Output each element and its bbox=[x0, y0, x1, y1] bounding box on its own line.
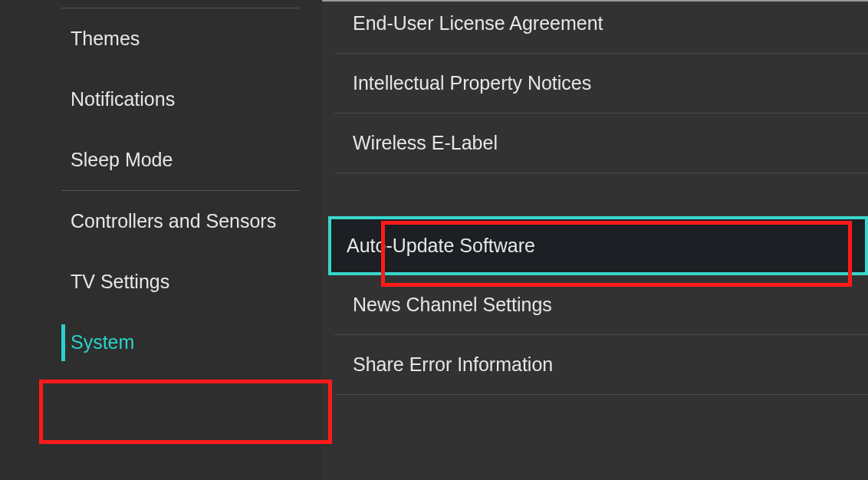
content-item-auto-update-software[interactable]: Auto-Update Software bbox=[328, 216, 868, 275]
sidebar-item-tv-settings[interactable]: TV Settings bbox=[0, 252, 322, 312]
content-item-wireless-elabel[interactable]: Wireless E-Label bbox=[334, 113, 868, 173]
content-item-label: Wireless E-Label bbox=[353, 132, 498, 153]
content-item-share-error-information[interactable]: Share Error Information bbox=[334, 335, 868, 395]
content-inner: End-User License Agreement Intellectual … bbox=[322, 0, 868, 395]
sidebar-item-label: Controllers and Sensors bbox=[71, 210, 276, 232]
content-item-label: End-User License Agreement bbox=[353, 12, 603, 34]
content-item-label: News Channel Settings bbox=[353, 294, 552, 315]
content-item-news-channel-settings[interactable]: News Channel Settings bbox=[334, 275, 868, 335]
content-top-divider bbox=[322, 0, 868, 2]
content-item-label: Share Error Information bbox=[353, 353, 553, 375]
sidebar-item-amiibo-partial[interactable]: amiibo bbox=[0, 0, 322, 8]
settings-sidebar: amiibo Themes Notifications Sleep Mode C… bbox=[0, 0, 322, 480]
settings-screen: amiibo Themes Notifications Sleep Mode C… bbox=[0, 0, 868, 480]
sidebar-item-themes[interactable]: Themes bbox=[0, 8, 322, 69]
sidebar-item-label: TV Settings bbox=[71, 271, 169, 292]
content-item-label: Auto-Update Software bbox=[347, 235, 535, 256]
sidebar-item-controllers-sensors[interactable]: Controllers and Sensors bbox=[0, 191, 322, 252]
sidebar-item-label: Notifications bbox=[71, 88, 175, 110]
sidebar-item-system[interactable]: System bbox=[0, 312, 322, 373]
sidebar-item-label: Themes bbox=[71, 28, 140, 49]
content-item-eula[interactable]: End-User License Agreement bbox=[334, 5, 868, 54]
content-item-label: Intellectual Property Notices bbox=[353, 72, 591, 94]
sidebar-item-notifications[interactable]: Notifications bbox=[0, 69, 322, 130]
content-group-gap bbox=[322, 173, 868, 216]
content-item-ip-notices[interactable]: Intellectual Property Notices bbox=[334, 54, 868, 113]
sidebar-item-label: Sleep Mode bbox=[71, 149, 173, 170]
settings-content-panel: End-User License Agreement Intellectual … bbox=[322, 0, 868, 480]
sidebar-item-label: System bbox=[71, 331, 134, 353]
sidebar-item-sleep-mode[interactable]: Sleep Mode bbox=[0, 130, 322, 190]
